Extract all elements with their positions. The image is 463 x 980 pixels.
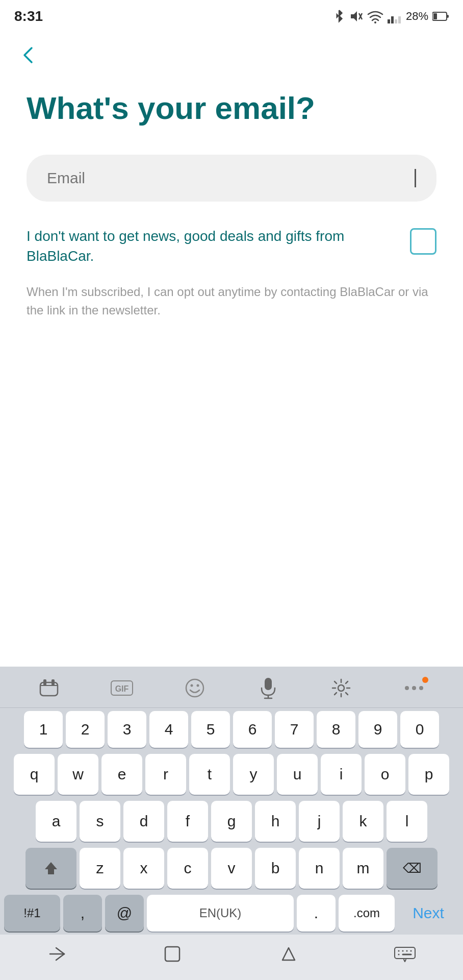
at-key[interactable]: @: [105, 895, 144, 932]
key-y[interactable]: y: [233, 754, 274, 795]
key-l[interactable]: l: [387, 801, 427, 842]
keyboard: GIF: [0, 667, 463, 980]
key-m[interactable]: m: [343, 848, 383, 889]
svg-point-3: [374, 21, 376, 23]
cursor: [415, 169, 416, 187]
key-a[interactable]: a: [36, 801, 76, 842]
key-x[interactable]: x: [123, 848, 164, 889]
key-r[interactable]: r: [145, 754, 186, 795]
svg-rect-13: [52, 679, 55, 685]
svg-point-18: [197, 684, 199, 687]
newsletter-opt-out-row: I don't want to get news, good deals and…: [27, 226, 436, 266]
key-9[interactable]: 9: [358, 711, 397, 748]
bottom-row: !#1 , @ EN(UK) . .com Next: [0, 892, 463, 935]
status-time: 8:31: [14, 8, 43, 24]
key-w[interactable]: w: [58, 754, 98, 795]
svg-text:GIF: GIF: [115, 684, 129, 693]
key-q[interactable]: q: [14, 754, 55, 795]
key-p[interactable]: p: [408, 754, 449, 795]
key-2[interactable]: 2: [66, 711, 105, 748]
svg-rect-7: [398, 16, 401, 23]
gif-icon[interactable]: GIF: [106, 675, 138, 701]
period-key[interactable]: .: [297, 895, 336, 932]
svg-point-17: [191, 684, 193, 687]
page-title: What's your email?: [27, 90, 436, 126]
key-s[interactable]: s: [80, 801, 120, 842]
key-5[interactable]: 5: [191, 711, 230, 748]
wifi-icon: [367, 9, 383, 23]
svg-rect-19: [265, 678, 272, 690]
shift-key[interactable]: [25, 848, 76, 889]
svg-rect-12: [43, 679, 46, 685]
sticker-icon[interactable]: [33, 675, 65, 701]
key-f[interactable]: f: [167, 801, 208, 842]
zxcv-row: z x c v b n m ⌫: [0, 845, 463, 892]
key-0[interactable]: 0: [400, 711, 439, 748]
key-o[interactable]: o: [365, 754, 405, 795]
key-3[interactable]: 3: [108, 711, 146, 748]
key-u[interactable]: u: [277, 754, 318, 795]
key-7[interactable]: 7: [275, 711, 314, 748]
svg-point-24: [412, 686, 416, 690]
key-i[interactable]: i: [321, 754, 362, 795]
key-1[interactable]: 1: [24, 711, 63, 748]
key-d[interactable]: d: [123, 801, 164, 842]
settings-icon[interactable]: [325, 675, 357, 701]
svg-point-23: [405, 686, 409, 690]
svg-rect-9: [447, 15, 449, 18]
status-icons: 28%: [333, 9, 449, 23]
svg-rect-11: [40, 682, 58, 696]
svg-rect-10: [433, 13, 437, 19]
mute-icon: [349, 9, 363, 23]
svg-point-16: [186, 679, 203, 697]
microphone-icon[interactable]: [252, 675, 285, 701]
nav-bar: [0, 935, 463, 980]
status-bar: 8:31 28%: [0, 0, 463, 31]
svg-point-22: [338, 685, 344, 691]
space-key[interactable]: EN(UK): [147, 895, 294, 932]
key-g[interactable]: g: [211, 801, 252, 842]
key-k[interactable]: k: [343, 801, 383, 842]
key-c[interactable]: c: [167, 848, 208, 889]
key-t[interactable]: t: [189, 754, 230, 795]
svg-rect-4: [388, 19, 390, 23]
key-z[interactable]: z: [80, 848, 120, 889]
number-row: 1 2 3 4 5 6 7 8 9 0: [0, 708, 463, 751]
nav-keyboard-icon[interactable]: [394, 946, 416, 967]
key-j[interactable]: j: [299, 801, 340, 842]
key-e[interactable]: e: [101, 754, 142, 795]
nav-recents-icon[interactable]: [277, 943, 300, 970]
back-button[interactable]: [14, 41, 43, 69]
svg-line-28: [56, 954, 64, 960]
more-options-icon[interactable]: [398, 675, 430, 701]
bluetooth-icon: [333, 9, 345, 23]
comma-key[interactable]: ,: [63, 895, 102, 932]
newsletter-label: I don't want to get news, good deals and…: [27, 226, 398, 266]
dotcom-key[interactable]: .com: [339, 895, 395, 932]
asdf-row: a s d f g h j k l: [0, 798, 463, 845]
svg-line-27: [56, 948, 64, 954]
nav-back-icon[interactable]: [47, 944, 67, 969]
svg-rect-5: [391, 16, 394, 23]
key-8[interactable]: 8: [317, 711, 355, 748]
svg-rect-6: [395, 19, 397, 23]
emoji-icon[interactable]: [178, 675, 211, 701]
key-v[interactable]: v: [211, 848, 252, 889]
svg-point-25: [419, 686, 423, 690]
battery-icon: [432, 11, 449, 21]
key-6[interactable]: 6: [233, 711, 272, 748]
signal-icon: [388, 9, 402, 23]
key-n[interactable]: n: [299, 848, 340, 889]
backspace-key[interactable]: ⌫: [387, 848, 438, 889]
newsletter-checkbox[interactable]: [410, 228, 436, 255]
key-4[interactable]: 4: [149, 711, 188, 748]
nav-home-icon[interactable]: [161, 943, 184, 970]
key-b[interactable]: b: [255, 848, 296, 889]
symbols-key[interactable]: !#1: [4, 895, 60, 932]
email-input[interactable]: [47, 169, 413, 187]
subscription-note: When I'm subscribed, I can opt out anyti…: [27, 283, 436, 320]
key-h[interactable]: h: [255, 801, 296, 842]
email-input-container[interactable]: [27, 155, 436, 202]
next-key[interactable]: Next: [398, 895, 459, 932]
svg-rect-29: [165, 947, 179, 961]
